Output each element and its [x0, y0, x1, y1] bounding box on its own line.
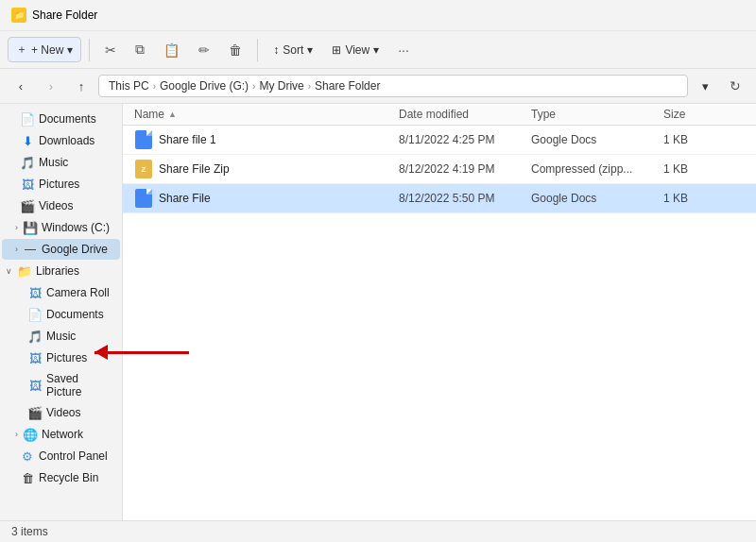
path-sep-3: › — [308, 81, 311, 92]
file-type: Compressed (zipp... — [531, 162, 663, 176]
sidebar-item-label: Videos — [46, 406, 80, 419]
refresh-button[interactable]: ↻ — [722, 73, 748, 99]
sidebar-item-windows-c[interactable]: › 💾 Windows (C:) — [2, 217, 120, 238]
title-bar-icon: 📁 — [11, 8, 26, 23]
table-row[interactable]: Share File 8/12/2022 5:50 PM Google Docs… — [123, 184, 756, 213]
rename-icon: ✏ — [198, 42, 210, 58]
up-button[interactable]: ↑ — [68, 73, 94, 99]
sidebar-item-label: Control Panel — [39, 449, 108, 463]
delete-button[interactable]: 🗑 — [221, 39, 249, 61]
sidebar-item-music2[interactable]: 🎵 Music — [2, 326, 120, 347]
music2-icon: 🎵 — [27, 329, 43, 344]
column-size[interactable]: Size — [663, 108, 739, 121]
column-type[interactable]: Type — [531, 108, 663, 121]
sidebar-item-label: Music — [39, 156, 68, 169]
copy-icon: ⧉ — [135, 42, 145, 58]
cut-icon: ✂ — [105, 42, 116, 58]
sidebar-item-label: Network — [42, 428, 83, 441]
expand-button[interactable]: ▾ — [692, 73, 718, 99]
view-icon: ⊞ — [332, 43, 341, 57]
saved-picture-icon: 🖼 — [27, 378, 43, 393]
sidebar-item-pictures[interactable]: 🖼 Pictures — [2, 174, 120, 195]
toolbar: ＋ + New ▾ ✂ ⧉ 📋 ✏ 🗑 ↕ Sort ▾ ⊞ View ▾ ··… — [0, 31, 756, 69]
column-date[interactable]: Date modified — [399, 108, 531, 121]
chevron-icon: ∨ — [6, 266, 12, 276]
sidebar-item-videos[interactable]: 🎬 Videos — [2, 195, 120, 216]
paste-icon: 📋 — [163, 42, 180, 58]
cut-button[interactable]: ✂ — [97, 39, 124, 61]
sidebar-item-control-panel[interactable]: ⚙ Control Panel — [2, 446, 120, 466]
sidebar-item-saved-picture[interactable]: 🖼 Saved Picture — [2, 369, 120, 401]
address-bar: ‹ › ↑ This PC › Google Drive (G:) › My D… — [0, 69, 756, 104]
copy-button[interactable]: ⧉ — [128, 38, 152, 61]
file-list: Name ▲ Date modified Type Size Share f — [123, 104, 756, 520]
rename-button[interactable]: ✏ — [191, 39, 217, 61]
camera-roll-icon: 🖼 — [27, 285, 43, 300]
network-icon: 🌐 — [23, 427, 38, 442]
view-button[interactable]: ⊞ View ▾ — [324, 40, 387, 60]
path-segment-thispc[interactable]: This PC — [109, 79, 149, 93]
sidebar-item-google-drive[interactable]: › — Google Drive — [2, 239, 120, 260]
path-sep-1: › — [153, 81, 156, 92]
sidebar-item-label: Documents — [39, 112, 96, 126]
file-size: 1 KB — [663, 133, 739, 146]
file-type: Google Docs — [531, 192, 663, 205]
sidebar-item-downloads[interactable]: ⬇ Downloads — [2, 130, 120, 151]
videos-icon: 🎬 — [20, 198, 35, 213]
new-dropdown-icon: ▾ — [67, 43, 73, 57]
recycle-bin-icon: 🗑 — [20, 470, 35, 485]
path-segment-gdrive[interactable]: Google Drive (G:) — [160, 79, 249, 93]
file-size: 1 KB — [663, 192, 739, 205]
file-type: Google Docs — [531, 133, 663, 146]
forward-button[interactable]: › — [38, 73, 64, 99]
sidebar-item-recycle-bin[interactable]: 🗑 Recycle Bin — [2, 467, 120, 488]
file-name: Share file 1 — [159, 133, 399, 146]
file-name: Share File Zip — [159, 162, 399, 176]
sidebar-item-documents2[interactable]: 📄 Documents — [2, 304, 120, 325]
file-icon-zip: Z — [134, 160, 153, 178]
file-date: 8/11/2022 4:25 PM — [399, 133, 531, 146]
sidebar-item-documents[interactable]: 📄 Documents — [2, 109, 120, 129]
address-path[interactable]: This PC › Google Drive (G:) › My Drive ›… — [98, 75, 688, 97]
sidebar-item-label: Downloads — [39, 134, 94, 147]
file-icon-doc2 — [134, 189, 153, 208]
sidebar-item-label: Libraries — [36, 264, 79, 278]
column-type-label: Type — [531, 108, 556, 121]
column-name[interactable]: Name ▲ — [134, 108, 399, 121]
file-icon-doc — [134, 130, 153, 149]
sidebar-item-pictures2[interactable]: 🖼 Pictures — [2, 347, 120, 368]
sidebar-item-label: Videos — [39, 199, 73, 212]
table-row[interactable]: Z Share File Zip 8/12/2022 4:19 PM Compr… — [123, 155, 756, 184]
sidebar-item-label: Google Drive — [42, 243, 108, 256]
documents-icon: 📄 — [20, 111, 35, 127]
chevron-icon: › — [15, 430, 18, 439]
control-panel-icon: ⚙ — [20, 449, 35, 464]
file-date: 8/12/2022 4:19 PM — [399, 162, 531, 176]
status-text: 3 items — [11, 525, 48, 538]
content-area: Name ▲ Date modified Type Size Share f — [123, 104, 756, 520]
sidebar-item-network[interactable]: › 🌐 Network — [2, 424, 120, 445]
sidebar-item-videos2[interactable]: 🎬 Videos — [2, 402, 120, 423]
path-segment-mydrive[interactable]: My Drive — [259, 79, 303, 93]
sidebar-item-label: Pictures — [46, 351, 87, 364]
sort-button[interactable]: ↕ Sort ▾ — [266, 40, 320, 60]
libraries-icon: 📁 — [17, 263, 32, 279]
back-button[interactable]: ‹ — [8, 73, 34, 99]
google-drive-icon: — — [23, 242, 38, 257]
new-button[interactable]: ＋ + New ▾ — [8, 37, 81, 62]
status-bar: 3 items — [0, 520, 756, 542]
paste-button[interactable]: 📋 — [156, 39, 187, 61]
sidebar-item-libraries[interactable]: ∨ 📁 Libraries — [2, 261, 120, 281]
pictures-icon: 🖼 — [20, 177, 35, 192]
sidebar-item-camera-roll[interactable]: 🖼 Camera Roll — [2, 282, 120, 303]
title-bar: 📁 Share Folder — [0, 0, 756, 31]
path-segment-sharefolder[interactable]: Share Folder — [315, 79, 380, 93]
pictures2-icon: 🖼 — [27, 350, 43, 365]
sidebar-item-music[interactable]: 🎵 Music — [2, 152, 120, 173]
sidebar-item-label: Windows (C:) — [42, 221, 110, 234]
more-button[interactable]: ··· — [390, 39, 417, 61]
table-row[interactable]: Share file 1 8/11/2022 4:25 PM Google Do… — [123, 126, 756, 155]
sidebar-item-label: Camera Roll — [46, 286, 110, 299]
chevron-icon: › — [15, 245, 18, 254]
sidebar-item-label: Documents — [46, 308, 104, 321]
